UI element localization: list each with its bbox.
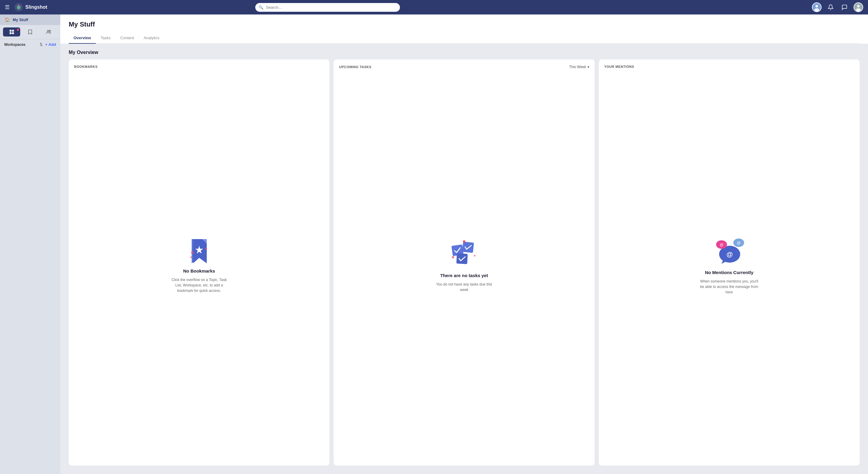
search-input[interactable]: [255, 3, 400, 12]
svg-point-14: [191, 251, 193, 254]
main-tab-bar: Overview Tasks Content Analytics: [69, 33, 860, 44]
sort-icon[interactable]: ⇅: [39, 42, 43, 47]
svg-point-11: [47, 30, 49, 32]
main-header: My Stuff Overview Tasks Content Analytic…: [60, 14, 868, 44]
svg-point-22: [474, 255, 475, 257]
search-icon: 🔍: [258, 5, 264, 10]
svg-rect-10: [12, 32, 14, 34]
upcoming-tasks-empty-title: There are no tasks yet: [440, 273, 488, 278]
svg-text:@: @: [720, 243, 723, 247]
tasks-empty-illustration: [446, 239, 482, 269]
svg-text:@: @: [727, 250, 733, 258]
bookmarks-card-body: No Bookmarks Click the overflow on a Top…: [74, 71, 324, 460]
upcoming-tasks-card-body: There are no tasks yet You do not have a…: [339, 71, 589, 460]
tab-overview[interactable]: Overview: [69, 33, 96, 44]
bookmarks-empty-title: No Bookmarks: [183, 268, 215, 273]
workspaces-actions: ⇅ + Add: [39, 42, 56, 47]
sidebar-tab-bar: [0, 25, 60, 39]
mentions-card-header: YOUR MENTIONS: [604, 65, 854, 68]
svg-point-5: [857, 5, 860, 7]
svg-rect-9: [9, 32, 11, 34]
bookmarks-empty-illustration: [184, 238, 214, 265]
upcoming-tasks-card-label: UPCOMING TASKS: [339, 65, 371, 69]
svg-point-3: [814, 8, 819, 12]
app-body: 🏠 My Stuff: [0, 14, 868, 474]
svg-rect-7: [9, 30, 11, 32]
slingshot-logo-icon: [14, 3, 23, 11]
user-avatar[interactable]: [854, 2, 863, 12]
home-icon: 🏠: [5, 18, 10, 22]
page-title: My Stuff: [69, 21, 860, 28]
sidebar-tab-bookmarks[interactable]: [22, 27, 38, 36]
app-name: Slingshot: [25, 4, 47, 10]
svg-rect-18: [462, 241, 474, 253]
svg-rect-19: [456, 253, 468, 264]
upcoming-tasks-card: UPCOMING TASKS This Week ▾: [334, 59, 594, 466]
chat-icon[interactable]: [840, 2, 849, 12]
bookmarks-empty-desc: Click the overflow on a Topic, Task List…: [169, 277, 229, 293]
chevron-down-icon: ▾: [587, 65, 589, 69]
svg-point-6: [856, 8, 861, 12]
svg-point-15: [205, 248, 207, 250]
main-content-area: My Stuff Overview Tasks Content Analytic…: [60, 14, 868, 474]
sidebar-tab-people[interactable]: [40, 27, 57, 36]
workspaces-section-header: Workspaces ⇅ + Add: [0, 39, 60, 50]
svg-point-2: [815, 5, 818, 7]
tab-content[interactable]: Content: [116, 33, 139, 44]
mentions-empty-illustration: @ @ @: [711, 236, 747, 266]
this-week-filter[interactable]: This Week ▾: [569, 65, 589, 69]
svg-point-12: [50, 30, 51, 32]
svg-rect-8: [12, 30, 14, 32]
add-workspace-button[interactable]: + Add: [45, 42, 56, 47]
upcoming-tasks-empty-desc: You do not have any tasks due this week: [434, 282, 494, 293]
bookmarks-card-label: BOOKMARKS: [74, 65, 98, 68]
sidebar: 🏠 My Stuff: [0, 14, 60, 474]
workspaces-title: Workspaces: [4, 42, 38, 47]
sidebar-nav-label: My Stuff: [13, 18, 28, 22]
tab-analytics[interactable]: Analytics: [139, 33, 164, 44]
upcoming-tasks-card-header: UPCOMING TASKS This Week ▾: [339, 65, 589, 69]
mentions-empty-title: No Mentions Currently: [705, 270, 753, 275]
svg-point-20: [463, 240, 465, 243]
bookmarks-card: BOOKMARKS: [69, 59, 330, 466]
overview-area: My Overview BOOKMARKS: [60, 44, 868, 474]
overview-cards-row: BOOKMARKS: [69, 59, 860, 466]
tab-tasks[interactable]: Tasks: [96, 33, 116, 44]
this-week-label: This Week: [569, 65, 586, 69]
notifications-bell[interactable]: [826, 2, 835, 12]
sidebar-mystuff-nav[interactable]: 🏠 My Stuff: [0, 14, 60, 25]
svg-point-16: [190, 256, 192, 258]
top-navigation: ☰ Slingshot 🔍: [0, 0, 868, 14]
svg-text:@: @: [737, 241, 741, 245]
svg-point-21: [452, 256, 454, 259]
topnav-right-actions: [812, 2, 863, 12]
app-logo: Slingshot: [14, 3, 47, 11]
search-bar-container: 🔍: [255, 3, 400, 12]
hamburger-menu[interactable]: ☰: [5, 4, 10, 10]
bookmarks-card-header: BOOKMARKS: [74, 65, 324, 68]
workspaces-badge-dot: [17, 29, 19, 31]
user-avatar-colored[interactable]: [812, 2, 822, 12]
mentions-card-label: YOUR MENTIONS: [604, 65, 634, 68]
mentions-empty-desc: When someone mentions you, you'll be abl…: [699, 278, 759, 295]
mentions-card-body: @ @ @: [604, 71, 854, 460]
mentions-card: YOUR MENTIONS @: [599, 59, 860, 466]
overview-section-title: My Overview: [69, 50, 860, 55]
sidebar-tab-workspaces[interactable]: [3, 27, 20, 36]
